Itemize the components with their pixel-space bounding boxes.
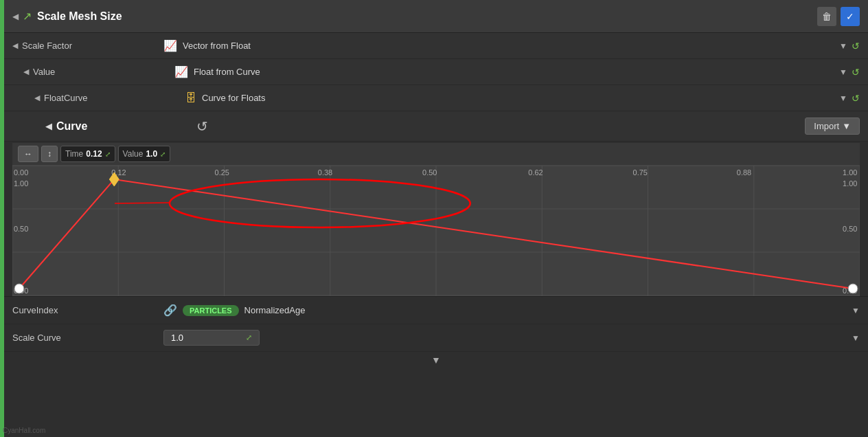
svg-text:1.00: 1.00 [843,168,857,177]
scale-curve-value: 1.0 ⤢ [163,330,852,346]
svg-text:0.50: 0.50 [14,225,28,233]
value-input[interactable]: Value 1.0 ⤢ [118,146,171,162]
curve-index-row: CurveIndex 🔗 PARTICLES NormalizedAge ▼ [4,297,868,324]
particles-badge: PARTICLES [183,305,239,316]
scale-button[interactable]: ↕ [41,146,58,162]
collapse-arrow-icon[interactable]: ◀ [12,12,19,21]
svg-text:1.00: 1.00 [14,179,28,188]
value-label: Value [33,67,55,77]
prop-label-floatcurve: ◀ FloatCurve [34,93,185,103]
arrow-icon-value: ◀ [23,67,29,76]
content-panel: ◀ ↗ Scale Mesh Size 🗑 ✓ ◀ Scale Factor 📈… [4,0,868,437]
graph-controls: ↔ ↕ Time 0.12 ⤢ Value 1.0 ⤢ [12,143,860,166]
dropdown-arrow-curve-index[interactable]: ▼ [852,306,860,315]
prop-row-value: ◀ Value 📈 Float from Curve ▼ ↺ [4,59,868,85]
dropdown-arrow-scale-curve[interactable]: ▼ [852,333,860,343]
curve-index-controls: ▼ [852,306,860,315]
graph-area-wrapper: ↔ ↕ Time 0.12 ⤢ Value 1.0 ⤢ [12,143,860,296]
svg-text:0.50: 0.50 [843,225,857,233]
scale-curve-label: Scale Curve [12,333,163,343]
scale-factor-label: Scale Factor [22,41,72,51]
svg-text:0.62: 0.62 [528,168,542,177]
prop-controls-value: ▼ ↺ [839,67,860,78]
arrow-icon-floatcurve: ◀ [34,93,40,102]
scale-curve-row: Scale Curve 1.0 ⤢ ▼ [4,324,868,352]
prop-controls-scale-factor: ▼ ↺ [839,41,860,52]
arrow-icon-curve: ◀ [45,121,52,131]
title-actions: 🗑 ✓ [817,7,860,26]
value-expand-icon: ⤢ [160,150,165,158]
import-label: Import [814,121,839,131]
module-icon: ↗ [23,10,32,23]
svg-point-31 [848,284,858,293]
curve-index-value: 🔗 PARTICLES NormalizedAge [163,304,852,317]
graph-canvas[interactable]: 0.00 0.12 0.25 0.38 0.50 0.62 0.75 0.88 … [12,166,860,296]
svg-text:1.00: 1.00 [843,179,857,188]
curve-row: ◀ Curve ↺ Import ▼ [4,111,868,142]
title-row: ◀ ↗ Scale Mesh Size 🗑 ✓ [4,0,868,33]
time-label: Time [65,149,83,159]
time-expand-icon: ⤢ [105,150,111,158]
normalized-age-label: NormalizedAge [244,305,306,315]
prop-value-floatcurve: 🗄 Curve for Floats [185,92,839,104]
check-button[interactable]: ✓ [841,7,860,26]
watermark: CyanHall.com [3,427,45,434]
chart-icon-scale-factor: 📈 [163,39,177,52]
prop-label-scale-factor: ◀ Scale Factor [12,41,163,51]
dropdown-arrow-value[interactable]: ▼ [839,67,847,77]
scale-curve-number: 1.0 [171,333,183,343]
link-icon: 🔗 [163,304,177,317]
graph-svg: 0.00 0.12 0.25 0.38 0.50 0.62 0.75 0.88 … [12,166,860,296]
curve-label-area: ◀ Curve [45,120,196,133]
prop-label-value: ◀ Value [23,67,174,77]
floatcurve-label: FloatCurve [44,93,88,103]
scale-curve-input[interactable]: 1.0 ⤢ [163,330,260,346]
curve-for-floats-label: Curve for Floats [202,93,265,103]
svg-text:0.25: 0.25 [215,168,229,177]
svg-text:0.38: 0.38 [318,168,332,177]
time-input[interactable]: Time 0.12 ⤢ [60,146,115,162]
value-label: Value [123,149,144,159]
reset-btn-scale-factor[interactable]: ↺ [852,41,860,52]
reset-btn-floatcurve[interactable]: ↺ [852,93,860,104]
db-icon-floatcurve: 🗄 [185,92,196,104]
prop-value-value: 📈 Float from Curve [174,65,839,78]
scale-factor-value: Vector from Float [183,41,251,51]
arrow-down-row: ▼ [4,352,868,368]
dropdown-arrow-floatcurve[interactable]: ▼ [839,93,847,103]
scale-curve-controls: ▼ [852,333,860,343]
module-title: Scale Mesh Size [37,10,817,23]
scale-curve-expand-icon: ⤢ [246,333,252,342]
curve-actions: ↺ Import ▼ [196,117,860,135]
dropdown-arrow-scale-factor[interactable]: ▼ [839,41,847,51]
arrow-down-icon: ▼ [431,355,441,366]
curve-edit-icon[interactable]: ↺ [196,118,208,135]
svg-point-30 [14,284,24,293]
pan-button[interactable]: ↔ [18,146,38,162]
svg-text:0.75: 0.75 [633,168,648,177]
delete-button[interactable]: 🗑 [817,7,836,26]
bottom-props: CurveIndex 🔗 PARTICLES NormalizedAge ▼ S… [4,296,868,368]
svg-text:0.00: 0.00 [14,168,28,177]
prop-controls-floatcurve: ▼ ↺ [839,93,860,104]
float-from-curve-label: Float from Curve [194,67,260,77]
arrow-icon-scale-factor: ◀ [12,41,18,50]
chart-icon-value: 📈 [174,65,188,78]
properties-section: ◀ Scale Factor 📈 Vector from Float ▼ ↺ ◀… [4,33,868,142]
svg-text:0.50: 0.50 [422,168,437,177]
curve-index-label: CurveIndex [12,305,163,315]
prop-row-scale-factor: ◀ Scale Factor 📈 Vector from Float ▼ ↺ [4,33,868,59]
curve-label: Curve [56,120,87,133]
import-arrow-icon: ▼ [842,121,851,131]
value-value: 1.0 [146,149,157,159]
reset-btn-value[interactable]: ↺ [852,67,860,78]
import-button[interactable]: Import ▼ [805,117,860,135]
svg-text:0.88: 0.88 [737,168,751,177]
main-container: ◀ ↗ Scale Mesh Size 🗑 ✓ ◀ Scale Factor 📈… [0,0,868,437]
time-value: 0.12 [86,149,102,159]
prop-row-floatcurve: ◀ FloatCurve 🗄 Curve for Floats ▼ ↺ [4,85,868,111]
prop-value-scale-factor: 📈 Vector from Float [163,39,839,52]
